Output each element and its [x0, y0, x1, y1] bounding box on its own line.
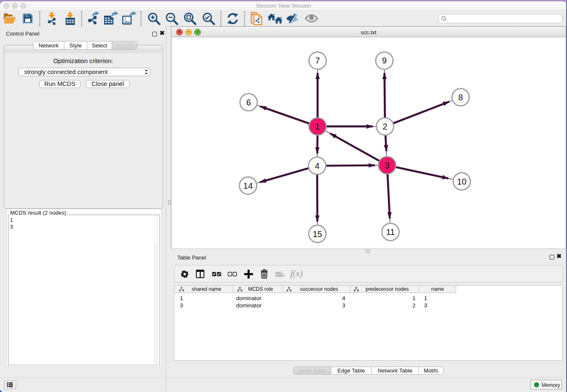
svg-text:15: 15	[313, 229, 322, 239]
svg-text:8: 8	[458, 93, 463, 102]
svg-text:4: 4	[315, 161, 319, 171]
svg-text:3: 3	[385, 161, 389, 170]
svg-text:6: 6	[246, 98, 251, 107]
svg-text:9: 9	[382, 56, 387, 65]
svg-text:11: 11	[386, 227, 395, 237]
svg-text:2: 2	[383, 122, 387, 131]
svg-text:1: 1	[315, 122, 320, 131]
svg-text:14: 14	[243, 181, 253, 190]
svg-text:10: 10	[457, 177, 466, 186]
svg-text:7: 7	[315, 56, 320, 65]
